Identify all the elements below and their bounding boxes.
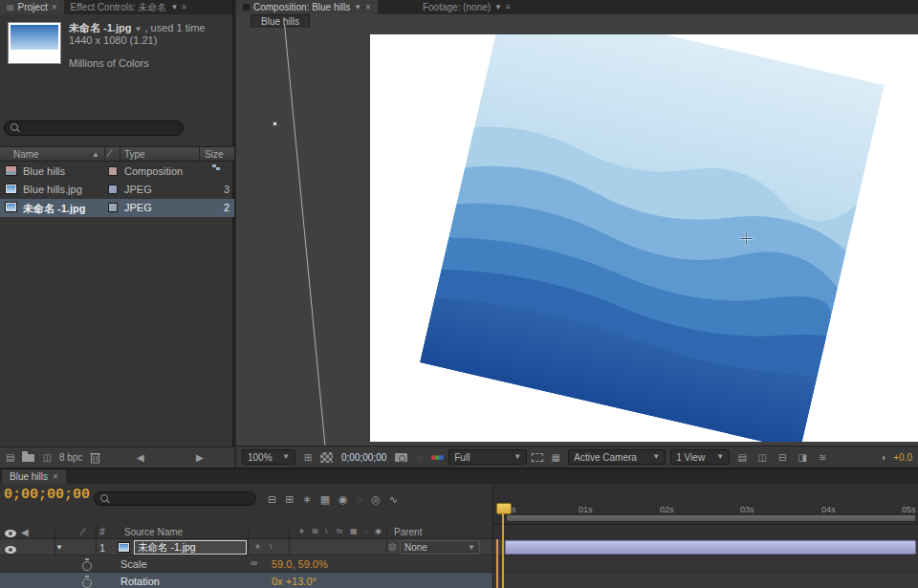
layer-visibility-eye-icon[interactable] <box>5 546 16 554</box>
motion-blur-switch-icon[interactable]: ◌ <box>363 528 368 535</box>
column-name[interactable]: Name <box>13 149 39 160</box>
quality-switch[interactable]: \ <box>270 543 272 551</box>
channel-rgb-icon[interactable] <box>432 455 444 460</box>
quality-switch-icon[interactable]: \ <box>325 528 327 535</box>
anchor-point-crosshair[interactable] <box>740 232 753 245</box>
composition-viewer[interactable]: Blue hills <box>236 14 918 446</box>
motion-blur-icon[interactable]: ◉ <box>339 493 348 506</box>
viewer-timecode[interactable]: 0;00;00;00 <box>338 452 390 463</box>
frame-blend-switch-icon[interactable]: ▦ <box>350 528 358 535</box>
panel-menu-icon[interactable]: ≡ <box>506 4 511 11</box>
brainstorm-icon[interactable]: ◌ <box>357 493 363 506</box>
mini-flowchart-icon[interactable]: ⊟ <box>268 493 276 506</box>
fx-switch-icon[interactable]: fx <box>337 528 342 535</box>
parent-dropdown[interactable]: None ▼ <box>400 540 480 555</box>
show-snapshot-icon[interactable]: ◌ <box>412 450 427 465</box>
stretch-switch[interactable]: ∗ <box>254 543 261 551</box>
magnification-dropdown[interactable]: 100% ▼ <box>242 449 295 465</box>
region-of-interest-icon[interactable] <box>532 453 543 462</box>
fast-previews-icon[interactable]: ≋ <box>815 450 830 465</box>
close-icon[interactable]: × <box>53 472 58 482</box>
scale-property-label[interactable]: Scale <box>120 558 147 570</box>
label-color-chip[interactable] <box>108 185 118 194</box>
chevron-down-icon[interactable]: ▼ <box>134 25 142 33</box>
layer-name-box[interactable]: 未命名 -1.jpg <box>134 540 247 555</box>
scale-value[interactable]: 59.0, 59.0% <box>272 558 328 570</box>
viewer-tab-blue-hills[interactable]: Blue hills <box>251 14 310 28</box>
close-icon[interactable]: × <box>365 3 371 12</box>
shy-switch-icon[interactable]: ∗ <box>298 528 305 535</box>
column-size[interactable]: Size <box>205 149 223 160</box>
pixel-aspect-icon[interactable]: ◨ <box>795 450 810 465</box>
collapse-switch-icon[interactable]: ⊞ <box>312 528 318 535</box>
time-ruler[interactable]: 00s 01s 02s 03s 04s 05s <box>492 484 918 525</box>
frame-blend-icon[interactable]: ▦ <box>320 493 330 506</box>
safe-zones-icon[interactable]: ⊞ <box>300 450 316 465</box>
project-row-unnamed-jpg[interactable]: 未命名 -1.jpg JPEG 2 <box>0 199 234 217</box>
scroll-right-icon[interactable]: ▶ <box>196 453 204 463</box>
threed-switch-icon[interactable]: ◉ <box>375 528 382 535</box>
tab-effect-controls[interactable]: Effect Controls: 未命名 ▼ ≡ <box>64 0 194 14</box>
new-composition-icon[interactable]: ◫ <box>42 453 51 463</box>
expand-triangle-icon[interactable]: ▼ <box>55 544 63 552</box>
scale-property-row[interactable]: Scale ∞ 59.0, 59.0% <box>0 555 492 573</box>
interpret-footage-icon[interactable]: ▤ <box>6 453 14 463</box>
sort-ascending-icon[interactable]: ▲ <box>92 151 99 159</box>
label-color-chip[interactable] <box>108 166 118 176</box>
new-folder-icon[interactable] <box>22 454 34 462</box>
label-color-chip[interactable] <box>108 203 118 212</box>
stopwatch-icon[interactable] <box>82 576 92 587</box>
constrain-link-icon[interactable]: ∞ <box>251 558 257 568</box>
chevron-down-icon[interactable]: ▼ <box>354 4 361 11</box>
tab-composition[interactable]: Composition: Blue hills ▼ × <box>236 0 378 14</box>
project-search-input[interactable] <box>4 120 184 136</box>
graph-editor-icon[interactable]: ∿ <box>389 493 398 506</box>
project-row-blue-hills[interactable]: Blue hills Composition <box>0 163 234 181</box>
layer-row[interactable]: ▼ 1 未命名 -1.jpg ∗ \ ◎ None ▼ <box>0 539 492 555</box>
mini-flowchart-icon[interactable]: ⊟ <box>775 450 790 465</box>
column-source-name[interactable]: Source Name <box>124 527 183 537</box>
mask-visibility-icon[interactable] <box>320 452 333 463</box>
current-time-display[interactable]: 0;00;00;00 <box>4 487 90 503</box>
eye-column-icon[interactable] <box>5 530 16 537</box>
exposure-value[interactable]: +0.0 <box>893 452 912 463</box>
rotated-footage-layer[interactable] <box>420 34 885 442</box>
hide-shy-icon[interactable]: ∗ <box>302 493 311 506</box>
composition-canvas[interactable] <box>370 34 918 442</box>
view-layout-dropdown[interactable]: 1 View ▼ <box>670 449 730 465</box>
parent-pickwhip-icon[interactable]: ◎ <box>388 542 397 552</box>
exposure-control[interactable]: ◑ +0.0 <box>875 450 912 465</box>
layer-duration-bar[interactable] <box>505 540 916 555</box>
chevron-down-icon[interactable]: ▼ <box>171 4 179 11</box>
close-icon[interactable]: × <box>52 3 57 12</box>
tab-timeline-blue-hills[interactable]: Blue hills × <box>2 469 66 484</box>
grid-guides-icon[interactable]: ◫ <box>754 450 770 465</box>
tab-project[interactable]: ▤ Project × <box>0 0 64 14</box>
layer-track[interactable] <box>492 539 918 555</box>
stopwatch-icon[interactable] <box>82 558 92 570</box>
draft-3d-icon[interactable]: ⊞ <box>285 493 294 506</box>
panel-menu-icon[interactable]: ≡ <box>182 4 186 11</box>
snapshot-camera-icon[interactable] <box>395 453 407 462</box>
work-area-bar[interactable] <box>506 514 916 522</box>
chevron-down-icon[interactable]: ▼ <box>494 4 502 11</box>
column-index[interactable]: # <box>99 527 105 537</box>
trash-icon[interactable] <box>90 451 100 464</box>
audio-column-icon[interactable]: ◀ <box>21 528 29 537</box>
path-vertex-handle[interactable] <box>273 121 277 126</box>
color-depth-button[interactable]: 8 bpc <box>59 452 82 463</box>
rotation-value[interactable]: 0x +13.0° <box>272 576 317 587</box>
rotation-property-row[interactable]: Rotation 0x +13.0° <box>0 573 492 588</box>
timeline-search-input[interactable] <box>94 491 256 506</box>
current-time-indicator-line[interactable] <box>502 512 504 588</box>
scroll-left-icon[interactable]: ◀ <box>137 453 144 463</box>
tab-footage[interactable]: Footage: (none) ▼ ≡ <box>416 0 517 14</box>
rotation-track[interactable] <box>492 573 918 588</box>
transparency-grid-icon[interactable]: ▦ <box>548 450 563 465</box>
scale-track[interactable] <box>492 555 918 573</box>
project-row-blue-hills-jpg[interactable]: Blue hills.jpg JPEG 3 <box>0 181 234 199</box>
resolution-dropdown[interactable]: Full ▼ <box>448 449 527 465</box>
rotation-property-label[interactable]: Rotation <box>120 576 160 587</box>
active-camera-dropdown[interactable]: Active Camera ▼ <box>568 449 666 465</box>
current-time-indicator-head[interactable] <box>496 503 512 514</box>
